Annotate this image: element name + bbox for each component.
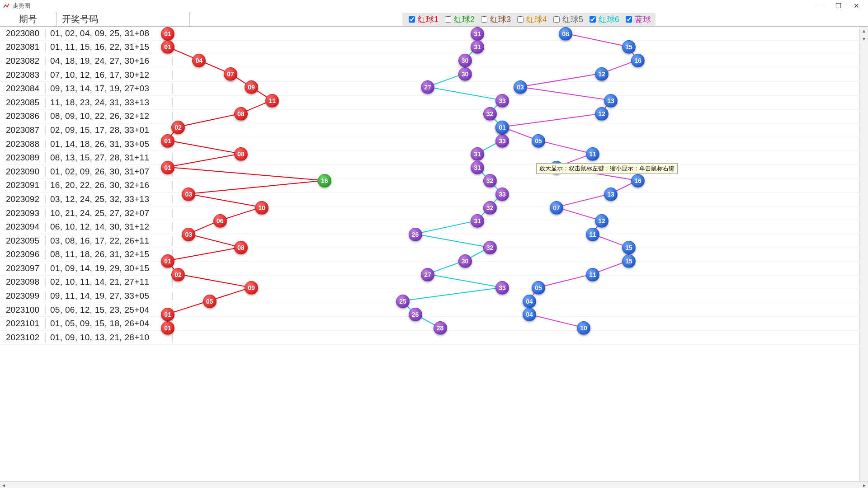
filter-蓝球[interactable]: 蓝球 xyxy=(624,14,651,25)
vertical-scrollbar[interactable]: ▴ ▾ xyxy=(859,27,868,481)
window-minimize-button[interactable]: — xyxy=(811,2,829,10)
cell-chart[interactable] xyxy=(173,123,868,137)
filter-label: 红球6 xyxy=(599,14,619,25)
scroll-up-icon[interactable]: ▴ xyxy=(860,27,868,35)
cell-chart[interactable] xyxy=(173,110,868,123)
header-numbers: 开奖号码 xyxy=(57,12,190,27)
cell-numbers: 01, 09, 10, 13, 21, 28+10 xyxy=(46,333,173,343)
cell-numbers: 02, 09, 15, 17, 28, 33+01 xyxy=(46,125,173,135)
cell-numbers: 01, 05, 09, 15, 18, 26+04 xyxy=(46,319,173,328)
table-row: 202308409, 13, 14, 17, 19, 27+03 xyxy=(0,82,868,96)
table-row: 202309406, 10, 12, 14, 30, 31+12 xyxy=(0,220,868,234)
filter-红球2[interactable]: 红球2 xyxy=(443,14,475,25)
table-row: 202308908, 13, 15, 27, 28, 31+11 xyxy=(0,151,868,165)
cell-issue: 2023083 xyxy=(0,70,46,80)
cell-chart[interactable] xyxy=(173,68,868,82)
scroll-down-icon[interactable]: ▾ xyxy=(860,35,868,43)
window-title: 走势图 xyxy=(13,2,30,10)
cell-chart[interactable] xyxy=(173,206,868,220)
window-maximize-button[interactable]: ❐ xyxy=(829,2,847,10)
cell-issue: 2023098 xyxy=(0,277,46,287)
horizontal-scrollbar[interactable]: ◂ ▸ xyxy=(0,481,868,488)
filter-红球4[interactable]: 红球4 xyxy=(515,14,547,25)
cell-chart[interactable] xyxy=(173,220,868,234)
series-filter-bar: 红球1红球2红球3红球4红球5红球6蓝球 xyxy=(402,13,656,26)
cell-chart[interactable] xyxy=(173,96,868,109)
cell-numbers: 07, 10, 12, 16, 17, 30+12 xyxy=(46,70,173,80)
filter-checkbox[interactable] xyxy=(409,16,415,23)
cell-numbers: 01, 02, 09, 26, 30, 31+07 xyxy=(46,167,173,177)
scroll-left-icon[interactable]: ◂ xyxy=(0,482,7,488)
filter-checkbox[interactable] xyxy=(517,16,524,23)
cell-chart[interactable] xyxy=(173,248,868,262)
cell-issue: 2023090 xyxy=(0,167,46,177)
cell-numbers: 11, 18, 23, 24, 31, 33+13 xyxy=(46,98,173,108)
cell-chart[interactable] xyxy=(173,165,868,178)
cell-chart[interactable] xyxy=(173,289,868,303)
cell-chart[interactable] xyxy=(173,54,868,68)
cell-issue: 2023099 xyxy=(0,291,46,301)
cell-issue: 2023087 xyxy=(0,125,46,135)
cell-issue: 2023092 xyxy=(0,194,46,204)
cell-chart[interactable] xyxy=(173,331,868,344)
table-row: 202308101, 11, 15, 16, 22, 31+15 xyxy=(0,41,868,55)
window-titlebar: 走势图 — ❐ ✕ xyxy=(0,0,868,12)
table-row: 202309116, 20, 22, 26, 30, 32+16 xyxy=(0,179,868,193)
cell-chart[interactable] xyxy=(173,276,868,289)
cell-issue: 2023094 xyxy=(0,222,46,232)
filter-checkbox[interactable] xyxy=(445,16,451,23)
row-container: 202308001, 02, 04, 09, 25, 31+0820230810… xyxy=(0,27,868,481)
cell-chart[interactable] xyxy=(173,303,868,317)
cell-chart[interactable] xyxy=(173,234,868,248)
cell-issue: 2023100 xyxy=(0,305,46,315)
filter-红球6[interactable]: 红球6 xyxy=(588,14,619,25)
cell-numbers: 01, 09, 14, 19, 29, 30+15 xyxy=(46,263,173,273)
cell-issue: 2023080 xyxy=(0,28,46,38)
filter-红球1[interactable]: 红球1 xyxy=(407,14,439,25)
cell-issue: 2023102 xyxy=(0,333,46,343)
cell-numbers: 03, 08, 16, 17, 22, 26+11 xyxy=(46,236,173,246)
table-row: 202308511, 18, 23, 24, 31, 33+13 xyxy=(0,96,868,110)
table-row: 202310101, 05, 09, 15, 18, 26+04 xyxy=(0,317,868,331)
cell-numbers: 05, 06, 12, 15, 23, 25+04 xyxy=(46,305,173,315)
window-close-button[interactable]: ✕ xyxy=(847,2,865,10)
cell-chart[interactable] xyxy=(173,41,868,54)
table-row: 202309503, 08, 16, 17, 22, 26+11 xyxy=(0,234,868,248)
cell-issue: 2023082 xyxy=(0,56,46,66)
scroll-right-icon[interactable]: ▸ xyxy=(861,482,868,488)
table-row: 202308001, 02, 04, 09, 25, 31+08 xyxy=(0,27,868,41)
table-row: 202308801, 14, 18, 26, 31, 33+05 xyxy=(0,137,868,151)
cell-issue: 2023088 xyxy=(0,139,46,149)
cell-chart[interactable] xyxy=(173,192,868,206)
filter-label: 蓝球 xyxy=(635,14,651,25)
cell-chart[interactable] xyxy=(173,317,868,330)
table-row: 202309608, 11, 18, 26, 31, 32+15 xyxy=(0,248,868,262)
table-row: 202309802, 10, 11, 14, 21, 27+11 xyxy=(0,276,868,290)
cell-numbers: 04, 18, 19, 24, 27, 30+16 xyxy=(46,56,173,66)
filter-label: 红球4 xyxy=(526,14,547,25)
cell-issue: 2023093 xyxy=(0,208,46,218)
table-row: 202310005, 06, 12, 15, 23, 25+04 xyxy=(0,303,868,317)
filter-红球5[interactable]: 红球5 xyxy=(552,14,583,25)
filter-checkbox[interactable] xyxy=(626,16,632,23)
cell-chart[interactable] xyxy=(173,27,868,40)
cell-numbers: 09, 11, 14, 19, 27, 33+05 xyxy=(46,291,173,301)
cell-chart[interactable] xyxy=(173,262,868,275)
table-row: 202308307, 10, 12, 16, 17, 30+12 xyxy=(0,68,868,82)
cell-issue: 2023097 xyxy=(0,263,46,273)
filter-checkbox[interactable] xyxy=(553,16,560,23)
cell-chart[interactable] xyxy=(173,179,868,192)
chart-body[interactable]: 202308001, 02, 04, 09, 25, 31+0820230810… xyxy=(0,27,868,481)
filter-checkbox[interactable] xyxy=(481,16,487,23)
cell-chart[interactable] xyxy=(173,151,868,164)
cell-issue: 2023096 xyxy=(0,249,46,259)
cell-chart[interactable] xyxy=(173,137,868,151)
zoom-tooltip: 放大显示：双击鼠标左键；缩小显示：单击鼠标右键 xyxy=(536,163,678,174)
cell-issue: 2023095 xyxy=(0,236,46,246)
filter-checkbox[interactable] xyxy=(590,16,596,23)
table-row: 202309701, 09, 14, 19, 29, 30+15 xyxy=(0,262,868,276)
cell-chart[interactable] xyxy=(173,82,868,95)
cell-numbers: 08, 11, 18, 26, 31, 32+15 xyxy=(46,249,173,259)
filter-红球3[interactable]: 红球3 xyxy=(479,14,511,25)
cell-issue: 2023085 xyxy=(0,98,46,108)
